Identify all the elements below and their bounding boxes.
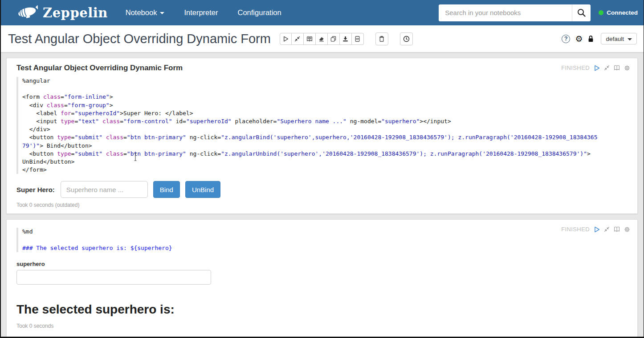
show-editor-icon[interactable] [614,226,620,232]
show-editor-icon[interactable] [614,65,620,71]
zeppelin-logo-icon [17,5,38,20]
export-note-button[interactable] [340,33,352,45]
clock-icon [403,36,410,42]
search-icon [577,8,586,17]
brand-title: Zeppelin [43,5,108,20]
compress-icon [294,36,300,42]
code-editor[interactable]: %angular <form class="form-inline"> <div… [16,77,630,174]
code-view-button[interactable] [352,33,364,45]
superhero-input[interactable] [61,181,148,198]
top-navbar: Zeppelin Notebook Interpreter Configurat… [0,0,644,25]
book-icon [306,36,313,42]
note-header: Test Angular Object Overriding Dynamic F… [0,25,644,52]
play-icon [283,36,289,42]
connected-label: Connected [607,9,638,16]
note-toolbar [280,33,364,45]
angular-form-output: Super Hero: Bind UnBind [16,181,630,198]
connection-status: Connected [599,9,638,16]
search-button[interactable] [572,4,591,21]
search-input[interactable] [439,4,572,21]
run-paragraph-icon[interactable] [594,226,600,233]
interpreter-settings-gear-icon[interactable]: ⚙ [575,35,583,43]
nav-notebook[interactable]: Notebook [126,8,165,17]
clone-note-button[interactable] [328,33,340,45]
bind-button[interactable]: Bind [153,181,180,198]
copy-icon [330,36,336,42]
run-paragraph-icon[interactable] [594,65,600,71]
version-control-button[interactable] [400,32,413,45]
dynamic-form-label: superhero [16,261,630,267]
clear-output-button[interactable] [316,33,328,45]
notebook-search [439,4,591,21]
unbind-button[interactable]: UnBind [185,181,220,198]
collapse-expand-button[interactable] [292,33,304,45]
connected-dot-icon [599,10,603,15]
chevron-down-icon [628,38,632,40]
show-hide-code-button[interactable] [304,33,316,45]
elapsed-time: Took 0 seconds (outdated) [16,202,630,208]
status-badge: FINISHED [561,64,590,71]
paragraph-settings-gear-icon[interactable] [624,65,630,71]
view-mode-dropdown[interactable]: default [601,33,637,44]
run-all-button[interactable] [280,33,292,45]
code-file-icon [355,36,360,42]
note-title[interactable]: Test Angular Object Overriding Dynamic F… [8,32,271,46]
remove-note-button[interactable] [375,32,388,45]
elapsed-time: Took 0 seconds [16,323,630,329]
superhero-label: Super Hero: [16,186,55,193]
collapse-paragraph-icon[interactable] [604,65,610,71]
paragraph-controls: FINISHED [561,226,630,233]
nav-interpreter[interactable]: Interpreter [184,8,218,17]
collapse-paragraph-icon[interactable] [604,226,610,232]
download-icon [342,36,348,42]
zeppelin-brand[interactable]: Zeppelin [17,5,108,20]
status-badge: FINISHED [561,226,590,233]
chevron-down-icon [160,12,164,14]
dynamic-form-input[interactable] [16,270,211,285]
paragraph-angular: Test Angular Object Overriding Dynamic F… [6,58,638,214]
code-editor[interactable]: %md ### The selected superhero is: ${sup… [16,228,630,252]
lock-icon[interactable] [587,35,594,43]
help-icon[interactable]: ? [562,35,570,43]
paragraph-controls: FINISHED [561,64,630,71]
nav-menu: Notebook Interpreter Configuration [126,8,281,17]
paragraph-settings-gear-icon[interactable] [624,226,630,233]
markdown-heading: The selected superhero is: [16,302,630,317]
eraser-icon [318,36,324,42]
trash-icon [379,36,385,42]
nav-configuration[interactable]: Configuration [238,8,281,17]
paragraph-markdown: FINISHED %md ### [6,219,638,338]
note-body: Test Angular Object Overriding Dynamic F… [0,52,644,338]
paragraph-title: Test Angular Object Overriding Dynamic F… [14,64,630,72]
